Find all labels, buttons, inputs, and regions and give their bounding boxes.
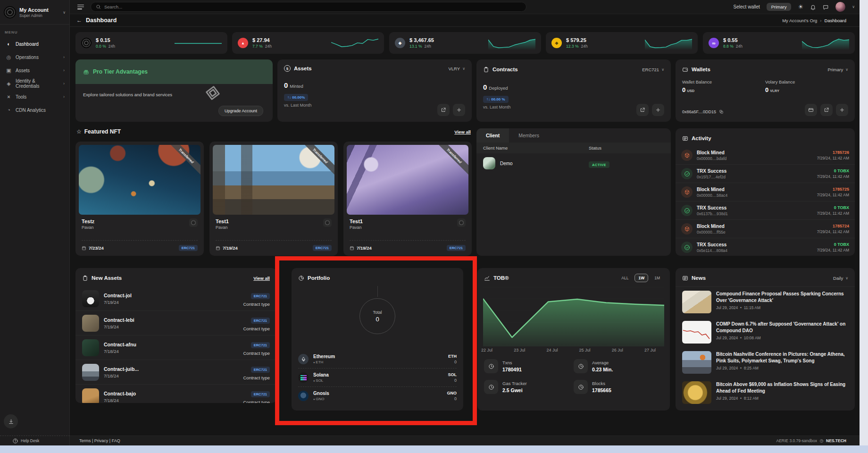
assets-token-selector[interactable]: VLRY∨ bbox=[448, 66, 465, 71]
assets-add-button[interactable] bbox=[453, 104, 465, 116]
sidebar-item[interactable]: Tools › bbox=[0, 90, 69, 103]
activity-hash: 0x6137b....938d1 bbox=[697, 211, 728, 216]
sidebar-item[interactable]: CDN Analytics bbox=[0, 103, 69, 117]
activity-value: 1785725 bbox=[817, 187, 849, 192]
wallets-card-button[interactable] bbox=[805, 104, 817, 116]
sidebar-item[interactable]: Operations › bbox=[0, 50, 69, 64]
contracts-title: Contracts bbox=[492, 67, 518, 72]
activity-item[interactable]: TRX Success 0x5e114....808a4 0 TOBX 7/29… bbox=[676, 238, 855, 256]
price-period: 24h bbox=[424, 44, 431, 49]
list-item[interactable]: Contract-jol 7/19/24 ERC721 Contract typ… bbox=[75, 286, 276, 310]
breadcrumb-org[interactable]: My Account's Org bbox=[782, 18, 817, 23]
avatar[interactable] bbox=[835, 2, 845, 12]
nft-card[interactable]: Transferred Test1 Pavan 7/19/24 ERC721 bbox=[343, 142, 472, 256]
nft-card[interactable]: Transferred Test1 Pavan 7/19/24 ERC721 bbox=[209, 142, 338, 256]
contracts-count-label: Deployed bbox=[489, 85, 508, 91]
sidebar-item[interactable]: Dashboard bbox=[0, 37, 69, 50]
breadcrumb-page[interactable]: Dashboard bbox=[825, 18, 846, 23]
upgrade-account-button[interactable]: Upgrade Account bbox=[218, 106, 263, 116]
activity-item[interactable]: Block Mined 0x00000....ff55e 1785724 7/2… bbox=[676, 219, 855, 238]
price-card-bnb[interactable]: ◆ $ 579.25 12.3 %24h bbox=[546, 32, 698, 54]
sidebar-item[interactable]: Identity & Credentials › bbox=[0, 77, 69, 90]
price-card-ethereum[interactable]: ◆ $ 3,467.65 13.1 %24h bbox=[389, 32, 541, 54]
activity-timestamp: 7/29/24, 11:42 AM bbox=[817, 211, 849, 216]
asset-standard-badge: ERC721 bbox=[251, 391, 270, 397]
contracts-type-selector[interactable]: ERC721∨ bbox=[642, 67, 664, 72]
activity-item[interactable]: TRX Success 0x6137b....938d1 0 TOBX 7/29… bbox=[676, 201, 855, 219]
news-time: 8:25 AM bbox=[744, 366, 759, 370]
document-icon bbox=[82, 274, 88, 282]
new-assets-view-all[interactable]: View all bbox=[253, 276, 270, 281]
portfolio-row-ethereum[interactable]: Ethereum ETH ETH 0 bbox=[298, 350, 457, 368]
table-row[interactable]: Demo ACTIVE bbox=[476, 153, 671, 173]
cube-icon bbox=[684, 226, 690, 232]
activity-item[interactable]: Block Mined 0x00000....bdafd 1785726 7/2… bbox=[676, 146, 855, 164]
chevron-right-icon: › bbox=[63, 94, 65, 99]
list-item[interactable]: Contract-bajo 7/18/24 ERC721 Contract ty… bbox=[75, 384, 276, 403]
messages-icon[interactable] bbox=[823, 3, 829, 10]
notifications-icon[interactable] bbox=[810, 3, 816, 10]
contracts-change-badge: ↑↓ 00.00 % bbox=[483, 96, 509, 103]
wallets-selector[interactable]: Primary∨ bbox=[827, 67, 848, 72]
sidebar-item-label: Identity & Credentials bbox=[16, 78, 59, 89]
wallets-add-button[interactable] bbox=[836, 104, 848, 116]
portfolio-row-gnosis[interactable]: Gnosis GNO GNO 0 bbox=[298, 386, 457, 405]
tab-members[interactable]: Members bbox=[509, 128, 549, 143]
nft-card[interactable]: Transferred Testz Pavan 7/23/24 ERC721 bbox=[75, 142, 204, 256]
chevron-right-icon: › bbox=[63, 68, 65, 73]
featured-nft-view-all[interactable]: View all bbox=[454, 129, 471, 134]
range-1w-button[interactable]: 1W bbox=[634, 274, 648, 282]
news-filter-dropdown[interactable]: Daily∨ bbox=[833, 276, 848, 281]
price-sparkline bbox=[488, 36, 535, 50]
news-item[interactable]: Bitcoin Nashville Conference in Pictures… bbox=[676, 347, 855, 378]
sidebar-item-icon bbox=[6, 94, 12, 100]
assets-export-button[interactable] bbox=[437, 104, 450, 116]
activity-item[interactable]: Block Mined 0x00000....58ac4 1785725 7/2… bbox=[676, 183, 855, 201]
asset-standard-badge: ERC721 bbox=[251, 293, 270, 299]
sidebar-item[interactable]: Assets › bbox=[0, 64, 69, 77]
news-item[interactable]: COMP Down 6.7% after Supposed 'Governanc… bbox=[676, 317, 855, 347]
contracts-add-button[interactable] bbox=[652, 104, 664, 116]
token-ticker: GNO bbox=[313, 397, 329, 401]
news-item[interactable]: Compound Finance Proposal Passes Sparkin… bbox=[676, 287, 855, 317]
activity-type: TRX Success bbox=[697, 242, 727, 247]
tab-client[interactable]: Client bbox=[476, 128, 509, 143]
list-item[interactable]: Contract-afnu 7/18/24 ERC721 Contract ty… bbox=[75, 335, 276, 360]
contracts-export-button[interactable] bbox=[636, 104, 649, 116]
list-item[interactable]: Contract-lebi 7/19/24 ERC721 Contract ty… bbox=[75, 310, 276, 335]
new-assets-card: New Assets View all Contract-jol 7/19/24… bbox=[75, 268, 276, 403]
activity-item[interactable]: TRX Success 0x15f17....4ef2d 0 TOBX 7/29… bbox=[676, 164, 855, 183]
volary-balance-label: Volary Balance bbox=[765, 79, 848, 84]
account-switcher[interactable]: My Account Super Admin ∨ bbox=[0, 0, 69, 25]
back-arrow-icon[interactable]: ← bbox=[76, 17, 82, 24]
theme-toggle-icon[interactable]: ☀ bbox=[798, 4, 803, 10]
account-name: My Account bbox=[19, 7, 49, 13]
price-card-volary[interactable]: $ 0.15 0.0 %24h bbox=[75, 32, 227, 54]
list-item[interactable]: Contract-juib... 7/18/24 ERC721 Contract… bbox=[75, 360, 276, 384]
chevron-down-icon: ∨ bbox=[661, 67, 664, 72]
list-icon bbox=[682, 134, 688, 143]
wallets-export-button[interactable] bbox=[820, 104, 833, 116]
wallet-address[interactable]: 0x86a5F....0DD15 bbox=[682, 109, 724, 114]
price-card-avalanche[interactable]: ▲ $ 27.94 7.7 %24h bbox=[232, 32, 384, 54]
sidebar-item-icon bbox=[6, 67, 12, 74]
footer-links[interactable]: Terms | Privacy | FAQ bbox=[79, 438, 120, 443]
portfolio-row-solana[interactable]: Solana SOL SOL 0 bbox=[298, 368, 457, 386]
search-input[interactable] bbox=[104, 4, 521, 9]
token-name: Gnosis bbox=[313, 391, 329, 396]
range-all-button[interactable]: ALL bbox=[618, 274, 632, 282]
check-circle-icon bbox=[684, 244, 690, 251]
help-desk-link[interactable]: Help Desk bbox=[0, 436, 70, 445]
news-headline: Compound Finance Proposal Passes Sparkin… bbox=[716, 291, 848, 303]
copy-icon[interactable] bbox=[719, 109, 724, 114]
hamburger-menu-icon[interactable] bbox=[77, 5, 84, 9]
range-1m-button[interactable]: 1M bbox=[651, 274, 663, 282]
download-button[interactable] bbox=[4, 414, 18, 428]
primary-wallet-chip[interactable]: Primary bbox=[767, 3, 792, 11]
nft-date: 7/19/24 bbox=[223, 245, 238, 251]
price-card-polygon[interactable]: ∞ $ 0.55 8.8 %24h bbox=[703, 32, 855, 54]
chevron-down-icon[interactable]: ∨ bbox=[852, 5, 855, 9]
select-wallet-button[interactable]: Select wallet bbox=[734, 4, 760, 9]
news-item[interactable]: Bitcoin Above $69,000 as Inflation Shows… bbox=[676, 378, 855, 408]
search-bar[interactable] bbox=[91, 2, 526, 12]
